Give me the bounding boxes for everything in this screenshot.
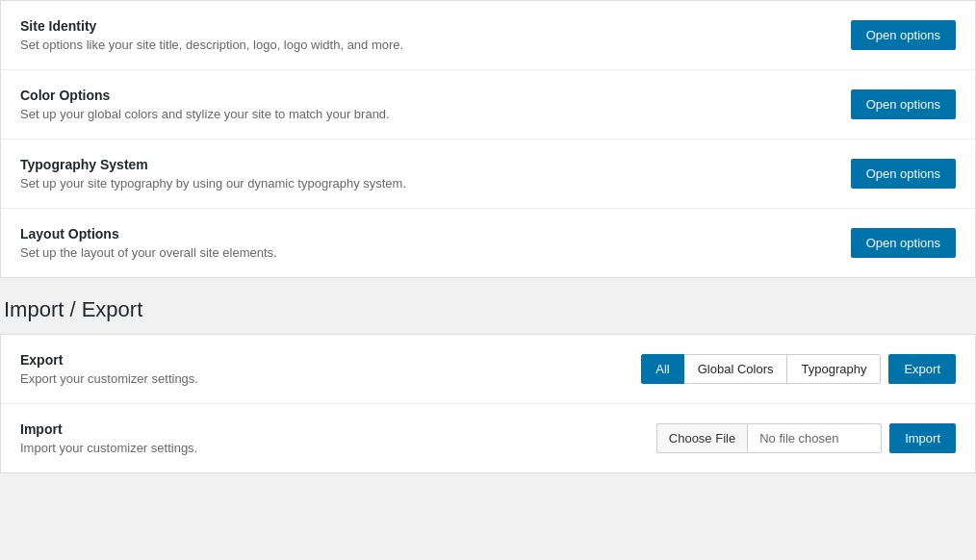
import-row: Import Import your customizer settings. … <box>1 404 975 472</box>
typography-system-title: Typography System <box>20 157 406 172</box>
import-controls: Choose File No file chosen Import <box>656 423 956 453</box>
layout-options-row: Layout Options Set up the layout of your… <box>1 209 975 277</box>
color-options-title: Color Options <box>20 88 390 103</box>
filter-global-colors-button[interactable]: Global Colors <box>683 354 788 384</box>
site-identity-text: Site Identity Set options like your site… <box>20 18 403 52</box>
export-title: Export <box>20 352 198 368</box>
filter-typography-button[interactable]: Typography <box>786 354 881 384</box>
import-title: Import <box>20 421 197 437</box>
typography-system-row: Typography System Set up your site typog… <box>1 140 975 209</box>
typography-system-description: Set up your site typography by using our… <box>20 176 406 191</box>
export-row: Export Export your customizer settings. … <box>1 335 975 404</box>
site-identity-title: Site Identity <box>20 18 403 34</box>
import-export-section: Import / Export Export Export your custo… <box>0 297 976 493</box>
typography-system-text: Typography System Set up your site typog… <box>20 157 406 191</box>
site-identity-row: Site Identity Set options like your site… <box>1 1 975 70</box>
file-input-wrapper: Choose File No file chosen <box>656 423 882 453</box>
import-export-card: Export Export your customizer settings. … <box>0 334 976 473</box>
export-controls: All Global Colors Typography Export <box>641 354 956 384</box>
filter-all-button[interactable]: All <box>641 354 683 384</box>
color-options-description: Set up your global colors and stylize yo… <box>20 107 390 121</box>
import-export-title: Import / Export <box>0 297 976 322</box>
site-identity-description: Set options like your site title, descri… <box>20 38 403 52</box>
typography-system-open-button[interactable]: Open options <box>851 159 956 189</box>
site-identity-open-button[interactable]: Open options <box>851 20 956 50</box>
layout-options-description: Set up the layout of your overall site e… <box>20 245 277 260</box>
import-button[interactable]: Import <box>889 423 956 453</box>
export-button[interactable]: Export <box>888 354 956 384</box>
import-text: Import Import your customizer settings. <box>20 421 197 455</box>
file-name-display: No file chosen <box>747 423 882 453</box>
choose-file-button[interactable]: Choose File <box>656 423 747 453</box>
layout-options-text: Layout Options Set up the layout of your… <box>20 226 277 260</box>
export-text: Export Export your customizer settings. <box>20 352 198 386</box>
export-description: Export your customizer settings. <box>20 371 198 386</box>
color-options-text: Color Options Set up your global colors … <box>20 88 390 121</box>
options-section: Site Identity Set options like your site… <box>0 0 976 278</box>
layout-options-open-button[interactable]: Open options <box>851 228 956 258</box>
import-description: Import your customizer settings. <box>20 441 197 455</box>
layout-options-title: Layout Options <box>20 226 277 242</box>
color-options-row: Color Options Set up your global colors … <box>1 70 975 140</box>
color-options-open-button[interactable]: Open options <box>851 89 956 119</box>
